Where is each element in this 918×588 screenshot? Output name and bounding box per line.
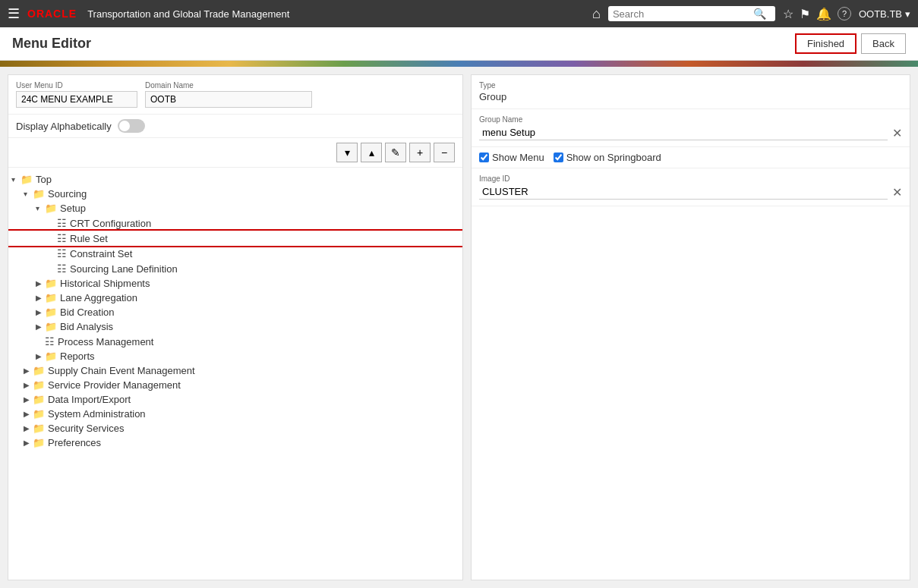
tree-item-constraint-set[interactable]: ☷Constraint Set [8,246,462,261]
expand-icon: ▶ [24,439,33,447]
folder-icon: 📁 [33,394,45,405]
tree-item-sourcing-lane[interactable]: ☷Sourcing Lane Definition [8,261,462,276]
group-name-input[interactable] [479,125,888,140]
header-buttons: Finished Back [795,33,906,54]
tree-item-label: Security Services [48,423,124,434]
doc-icon: ☷ [57,247,67,259]
page-header: Menu Editor Finished Back [0,27,918,61]
domain-label: Domain Name [145,81,312,90]
image-id-clear-button[interactable]: ✕ [892,185,902,200]
hamburger-icon[interactable]: ☰ [8,5,20,22]
tree-item-label: Rule Set [70,233,108,244]
folder-icon: 📁 [33,188,45,200]
move-down-button[interactable]: ▾ [336,143,358,162]
type-field: Type Group [472,75,910,109]
expand-icon: ▶ [36,352,45,360]
tree-item-supply-chain[interactable]: ▶📁Supply Chain Event Management [8,363,462,378]
tree-item-preferences[interactable]: ▶📁Preferences [8,435,462,450]
folder-icon: 📁 [45,278,57,289]
tree-item-bid-analysis[interactable]: ▶📁Bid Analysis [8,319,462,334]
bell-icon[interactable]: 🔔 [816,7,831,21]
tree-item-label: Sourcing Lane Definition [70,263,178,275]
move-up-button[interactable]: ▴ [361,143,382,162]
folder-icon: 📁 [33,365,45,376]
main-content: User Menu ID Domain Name Display Alphabe… [0,67,918,588]
expand-icon: ▾ [36,204,45,212]
add-button[interactable]: + [409,143,431,162]
tree-item-historical[interactable]: ▶📁Historical Shipments [8,276,462,291]
domain-field: Domain Name [145,81,312,108]
group-name-clear-button[interactable]: ✕ [892,126,902,140]
tree-item-service-provider[interactable]: ▶📁Service Provider Management [8,378,462,392]
user-label: OOTB.TB [859,8,902,20]
tree-item-sourcing[interactable]: ▾📁Sourcing [8,187,462,201]
tree-item-label: Preferences [48,437,101,448]
tree-item-lane-agg[interactable]: ▶📁Lane Aggregation [8,291,462,305]
folder-icon: 📁 [33,437,45,448]
folder-icon: 📁 [45,351,57,362]
folder-icon: 📁 [33,423,45,434]
expand-icon: ▶ [24,395,33,404]
expand-icon: ▶ [36,279,45,288]
search-input[interactable] [613,8,753,20]
search-button[interactable]: 🔍 [753,8,766,20]
back-button[interactable]: Back [861,33,906,54]
expand-icon: ▶ [24,381,33,389]
group-name-label: Group Name [479,115,902,124]
domain-input[interactable] [145,91,312,108]
oracle-logo: ORACLE [27,8,77,20]
tree-item-label: Historical Shipments [60,278,150,289]
tree-item-setup[interactable]: ▾📁Setup [8,201,462,215]
type-label: Type [479,81,902,90]
type-value: Group [479,91,506,102]
tree-item-label: Data Import/Export [48,394,131,405]
tree-item-rule-set[interactable]: ☷Rule Set [8,231,462,246]
display-alpha-row: Display Alphabetically [8,115,462,138]
left-panel: User Menu ID Domain Name Display Alphabe… [8,74,463,580]
search-box: 🔍 [608,6,775,21]
expand-icon: ▶ [36,294,45,302]
user-menu-label: User Menu ID [16,81,137,90]
image-id-field: Image ID ✕ [472,168,910,206]
tree-item-crt-config[interactable]: ☷CRT Configuration [8,215,462,231]
expand-icon: ▶ [24,410,33,418]
user-info[interactable]: OOTB.TB ▾ [859,8,910,20]
tree-item-top[interactable]: ▾📁Top [8,172,462,187]
edit-button[interactable]: ✎ [385,143,406,162]
remove-button[interactable]: − [434,143,455,162]
group-name-input-row: ✕ [479,125,902,140]
show-menu-checkbox[interactable] [479,153,489,162]
tree-item-bid-creation[interactable]: ▶📁Bid Creation [8,305,462,319]
tree-item-label: Reports [60,351,95,362]
home-icon[interactable]: ⌂ [592,6,601,22]
image-id-input[interactable] [479,184,888,200]
app-title: Transportation and Global Trade Manageme… [87,8,289,20]
tree-item-process-mgmt[interactable]: ☷Process Management [8,334,462,349]
help-icon[interactable]: ? [838,7,851,20]
show-springboard-checkbox[interactable] [554,153,563,162]
tree-item-system-admin[interactable]: ▶📁System Administration [8,407,462,421]
tree-item-reports[interactable]: ▶📁Reports [8,349,462,363]
folder-icon: 📁 [33,408,45,420]
tree-item-label: System Administration [48,408,146,420]
tree-item-label: Sourcing [48,188,87,200]
display-alpha-toggle[interactable] [118,119,145,133]
image-id-input-row: ✕ [479,184,902,200]
show-menu-label: Show Menu [479,152,544,163]
group-name-field: Group Name ✕ [472,109,910,147]
doc-icon: ☷ [57,263,67,275]
banner-strip [0,61,918,67]
page-title: Menu Editor [12,36,91,52]
show-springboard-label: Show on Springboard [554,152,661,163]
doc-icon: ☷ [57,217,67,229]
star-icon[interactable]: ☆ [783,7,793,21]
image-id-label: Image ID [479,175,902,183]
flag-icon[interactable]: ⚑ [800,7,810,21]
expand-icon: ▶ [36,308,45,316]
finished-button[interactable]: Finished [795,33,856,54]
expand-icon: ▾ [24,190,33,198]
user-menu-input[interactable] [16,91,137,108]
tree-item-data-import[interactable]: ▶📁Data Import/Export [8,392,462,407]
tree-item-security-services[interactable]: ▶📁Security Services [8,421,462,435]
dropdown-icon: ▾ [905,8,910,20]
